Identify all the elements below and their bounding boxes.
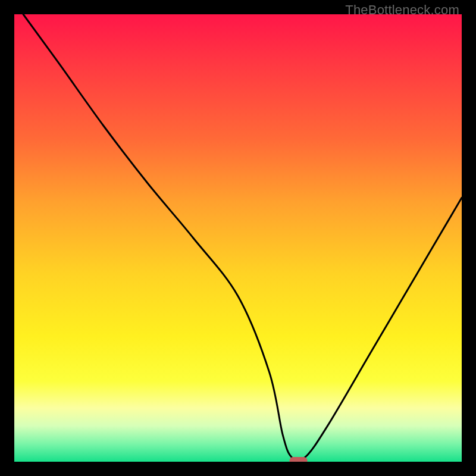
plot-area [14,14,462,462]
chart-svg [14,14,462,462]
gradient-background [14,14,462,462]
chart-frame: TheBottleneck.com [0,0,476,476]
optimal-marker [290,457,308,462]
